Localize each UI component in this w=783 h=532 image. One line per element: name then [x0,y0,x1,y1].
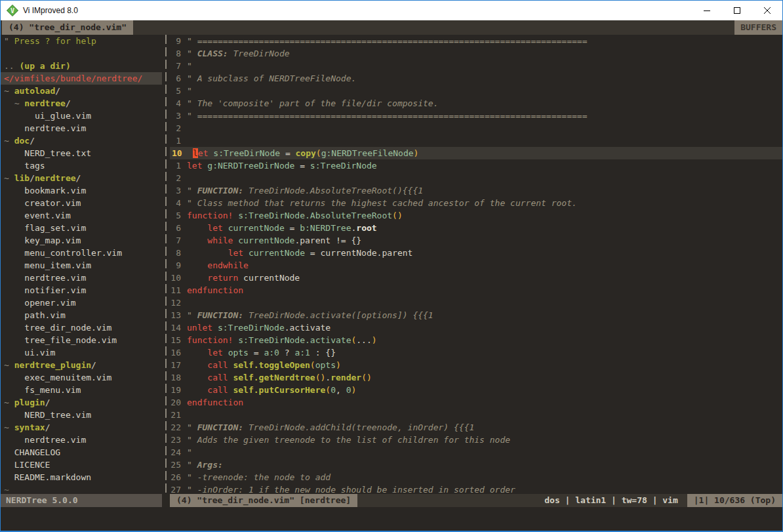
editor-row[interactable]: 10let s:TreeDirNode = copy(g:NERDTreeFil… [170,147,782,159]
cursor-block: l [193,148,198,158]
minimize-button[interactable] [692,1,722,20]
editor-row[interactable]: 9 endwhile [170,259,782,272]
nerdtree-row[interactable]: exec_menuitem.vim [1,371,162,384]
editor-row[interactable]: 7" [170,60,782,72]
editor-row[interactable]: 20endfunction [170,396,782,409]
editor-row[interactable]: 5function! s:TreeDirNode.AbsoluteTreeRoo… [170,209,782,222]
code-line: let g:NERDTreeDirNode = s:TreeDirNode [187,159,377,172]
nerdtree-statusline: NERDTree 5.0.0 [1,494,162,507]
nerdtree-row[interactable]: tree_dir_node.vim [1,321,162,334]
tab-tree-dir-node[interactable]: (4) "tree_dir_node.vim" [2,20,133,35]
editor-row[interactable]: 27" -inOrder: 1 if the new node should b… [170,483,782,494]
editor-row[interactable]: 11endfunction [170,284,782,297]
window-separator[interactable] [162,35,170,494]
nerdtree-row[interactable]: ~ nerdtree/ [1,97,162,110]
editor-row[interactable]: 24" [170,446,782,459]
nerdtree-row[interactable]: ~ syntax/ [1,421,162,434]
vim-window: V Vi IMproved 8.0 (4) "tree_dir_no [0,0,783,532]
nerdtree-row[interactable]: ~ lib/nerdtree/ [1,172,162,184]
editor-row[interactable]: 5" [170,85,782,97]
nerdtree-row[interactable]: ~ autoload/ [1,85,162,97]
statusline-position: |1| 10/636 (Top) [687,494,782,507]
nerdtree-row[interactable]: path.vim [1,309,162,321]
nerdtree-row[interactable]: " Press ? for help [1,35,162,47]
editor-row[interactable]: 18 call self.getNerdtree().render() [170,371,782,384]
editor-row[interactable]: 9" =====================================… [170,35,782,47]
nerdtree-row[interactable]: CHANGELOG [1,446,162,459]
line-number: 27 [170,483,187,494]
nerdtree-row[interactable]: ui.vim [1,346,162,359]
nerdtree-row[interactable] [1,47,162,60]
line-number: 5 [170,209,187,222]
editor-row[interactable]: 21 [170,409,782,421]
nerdtree-row[interactable]: ~ plugin/ [1,396,162,409]
nerdtree-pane[interactable]: " Press ? for help.. (up a dir)</vimfile… [1,35,162,494]
nerdtree-row[interactable]: bookmark.vim [1,184,162,197]
editor-row[interactable]: 22" FUNCTION: TreeDirNode.addChild(treen… [170,421,782,434]
editor-row[interactable]: 3" =====================================… [170,110,782,122]
line-number: 15 [170,334,187,346]
nerdtree-row[interactable]: ui_glue.vim [1,110,162,122]
editor-row[interactable]: 26" -treenode: the node to add [170,471,782,483]
close-button[interactable] [752,1,782,20]
nerdtree-row[interactable]: key_map.vim [1,234,162,247]
nerdtree-row[interactable]: .. (up a dir) [1,60,162,72]
editor-row[interactable]: 17 call self.toggleOpen(opts) [170,359,782,371]
editor-row[interactable]: 6 let currentNode = b:NERDTree.root [170,222,782,234]
command-line[interactable] [1,507,782,531]
nerdtree-row[interactable]: flag_set.vim [1,222,162,234]
editor-row[interactable]: 1 [170,134,782,147]
editor-row[interactable]: 7 while currentNode.parent != {} [170,234,782,247]
nerdtree-row[interactable]: </vimfiles/bundle/nerdtree/ [1,72,162,85]
nerdtree-row[interactable]: menu_item.vim [1,259,162,272]
editor-row[interactable]: 19 call self.putCursorHere(0, 0) [170,384,782,396]
editor-row[interactable]: 13" FUNCTION: TreeDirNode.activate([opti… [170,309,782,321]
nerdtree-row[interactable]: README.markdown [1,471,162,483]
nerdtree-row[interactable]: NERD_tree.vim [1,409,162,421]
svg-text:V: V [10,7,14,14]
editor-row[interactable]: 3" FUNCTION: TreeDirNode.AbsoluteTreeRoo… [170,184,782,197]
nerdtree-row[interactable]: notifier.vim [1,284,162,297]
statusline-gap [162,494,170,507]
code-line: " FUNCTION: TreeDirNode.activate([option… [187,309,433,321]
editor-row[interactable]: 14unlet s:TreeDirNode.activate [170,321,782,334]
maximize-button[interactable] [722,1,752,20]
nerdtree-row[interactable]: ~ doc/ [1,134,162,147]
editor-row[interactable]: 16 let opts = a:0 ? a:1 : {} [170,346,782,359]
editor-row[interactable]: 8" CLASS: TreeDirNode [170,47,782,60]
line-number: 11 [170,284,187,297]
code-line: " Adds the given treenode to the list of… [187,434,510,446]
line-number: 3 [170,184,187,197]
editor-row[interactable]: 8 let currentNode = currentNode.parent [170,247,782,259]
nerdtree-row[interactable]: tree_file_node.vim [1,334,162,346]
editor-pane[interactable]: 9" =====================================… [170,35,782,494]
nerdtree-row[interactable]: nerdtree.vim [1,272,162,284]
tabline: (4) "tree_dir_node.vim" BUFFERS [1,20,782,35]
code-line: " ======================================… [187,35,587,47]
editor-row[interactable]: 2 [170,172,782,184]
editor-row[interactable]: 23" Adds the given treenode to the list … [170,434,782,446]
nerdtree-row[interactable]: menu_controller.vim [1,247,162,259]
nerdtree-row[interactable]: nerdtree.vim [1,434,162,446]
nerdtree-row[interactable]: NERD_tree.txt [1,147,162,159]
nerdtree-row[interactable]: fs_menu.vim [1,384,162,396]
nerdtree-row[interactable]: ~ [1,483,162,494]
editor-row[interactable]: 25" Args: [170,459,782,471]
nerdtree-row[interactable]: nerdtree.vim [1,122,162,134]
editor-row[interactable]: 2 [170,122,782,134]
editor-row[interactable]: 6" A subclass of NERDTreeFileNode. [170,72,782,85]
editor-row[interactable]: 12 [170,297,782,309]
nerdtree-row[interactable]: LICENCE [1,459,162,471]
editor-row[interactable]: 4" Class method that returns the highest… [170,197,782,209]
editor-row[interactable]: 15function! s:TreeDirNode.activate(...) [170,334,782,346]
editor-row[interactable]: 4" The 'composite' part of the file/dir … [170,97,782,110]
line-number: 19 [170,384,187,396]
nerdtree-row[interactable]: event.vim [1,209,162,222]
editor-row[interactable]: 10 return currentNode [170,272,782,284]
line-number: 4 [170,97,187,110]
editor-row[interactable]: 1let g:NERDTreeDirNode = s:TreeDirNode [170,159,782,172]
nerdtree-row[interactable]: ~ nerdtree_plugin/ [1,359,162,371]
nerdtree-row[interactable]: creator.vim [1,197,162,209]
nerdtree-row[interactable]: tags [1,159,162,172]
nerdtree-row[interactable]: opener.vim [1,297,162,309]
